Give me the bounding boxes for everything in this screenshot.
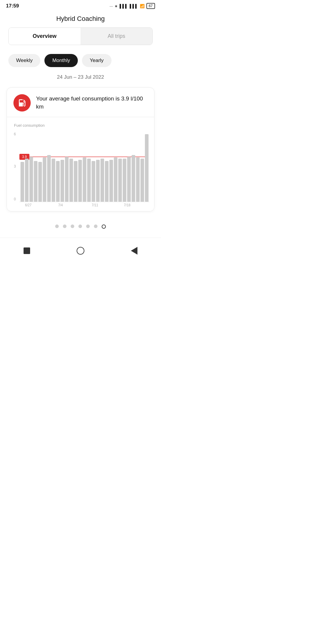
svg-rect-13	[52, 159, 55, 202]
svg-rect-6	[21, 162, 24, 202]
card-header-text: Your average fuel consumption is 3.9 l/1…	[36, 95, 148, 111]
svg-rect-15	[61, 160, 64, 202]
page-dot-2	[63, 225, 66, 228]
period-weekly[interactable]: Weekly	[8, 54, 40, 67]
card-header: Your average fuel consumption is 3.9 l/1…	[7, 88, 154, 117]
date-range: 24 Jun – 23 Jul 2022	[0, 70, 161, 87]
square-icon	[24, 247, 30, 254]
svg-rect-11	[43, 157, 46, 202]
svg-rect-16	[65, 157, 69, 202]
svg-rect-31	[131, 155, 135, 202]
tab-switcher: Overview All trips	[8, 27, 153, 45]
fuel-consumption-card: Your average fuel consumption is 3.9 l/1…	[7, 87, 154, 211]
svg-rect-22	[92, 161, 95, 202]
svg-text:0: 0	[14, 197, 16, 201]
nav-home-button[interactable]	[73, 243, 88, 258]
bar-chart: 6 3 0 3.9	[12, 129, 149, 206]
svg-rect-33	[140, 159, 144, 202]
wifi-icon: 📶	[140, 4, 145, 8]
signal-bars-2-icon: ▌▌▌	[130, 4, 138, 8]
svg-rect-21	[87, 159, 91, 202]
period-filter: Weekly Monthly Yearly	[0, 51, 161, 70]
back-icon	[131, 247, 137, 255]
page-title: Hybrid Coaching	[0, 11, 161, 27]
svg-rect-9	[34, 161, 38, 202]
svg-rect-26	[109, 160, 113, 202]
svg-rect-32	[136, 157, 140, 202]
signal-bars-icon: ▌▌▌	[120, 4, 128, 8]
fuel-pump-icon	[17, 98, 27, 108]
svg-rect-12	[47, 155, 51, 202]
page-dot-1	[55, 225, 59, 228]
page-dot-6	[94, 225, 97, 228]
svg-rect-34	[145, 134, 148, 202]
page-dot-5	[86, 225, 90, 228]
page-indicators	[0, 219, 161, 238]
chart-area: Fuel consumption 6 3 0 3.9	[7, 117, 154, 211]
svg-text:6: 6	[14, 132, 16, 136]
nav-square-button[interactable]	[19, 243, 34, 258]
nav-back-button[interactable]	[127, 243, 142, 258]
svg-text:7/11: 7/11	[92, 203, 98, 206]
svg-rect-29	[123, 159, 126, 202]
chart-label: Fuel consumption	[12, 123, 149, 128]
signal-dots-icon: ···	[110, 4, 113, 8]
svg-rect-30	[127, 157, 131, 202]
svg-rect-19	[78, 160, 82, 202]
period-monthly[interactable]: Monthly	[44, 54, 78, 67]
svg-rect-23	[96, 160, 100, 202]
page-dot-4	[78, 225, 82, 228]
bluetooth-icon: ∗	[114, 4, 118, 8]
tab-all-trips[interactable]: All trips	[80, 28, 152, 45]
battery-icon: 67	[146, 3, 155, 9]
svg-rect-18	[74, 161, 78, 202]
svg-rect-7	[25, 159, 29, 202]
svg-rect-8	[30, 157, 33, 202]
status-bar: 17:59 ··· ∗ ▌▌▌ ▌▌▌ 📶 67	[0, 0, 161, 11]
svg-rect-10	[38, 162, 42, 202]
period-yearly[interactable]: Yearly	[82, 54, 112, 67]
chart-container: 6 3 0 3.9	[12, 129, 149, 206]
svg-text:3: 3	[14, 164, 16, 168]
svg-rect-17	[69, 159, 73, 202]
page-dot-7-active	[102, 225, 106, 229]
svg-text:7/4: 7/4	[58, 203, 63, 206]
status-icons: ··· ∗ ▌▌▌ ▌▌▌ 📶 67	[110, 3, 155, 9]
svg-text:3.9: 3.9	[22, 155, 27, 159]
svg-rect-28	[118, 159, 122, 202]
svg-rect-27	[114, 157, 117, 202]
svg-text:7/18: 7/18	[124, 203, 131, 206]
svg-rect-24	[100, 159, 104, 202]
svg-rect-20	[83, 157, 86, 202]
svg-rect-14	[56, 161, 60, 202]
fuel-icon-container	[13, 94, 31, 112]
status-time: 17:59	[6, 3, 19, 9]
bottom-nav	[0, 238, 161, 267]
circle-icon	[77, 247, 84, 255]
svg-rect-25	[105, 161, 109, 202]
svg-text:6/27: 6/27	[25, 203, 32, 206]
tab-overview[interactable]: Overview	[9, 28, 80, 45]
page-dot-3	[71, 225, 74, 228]
